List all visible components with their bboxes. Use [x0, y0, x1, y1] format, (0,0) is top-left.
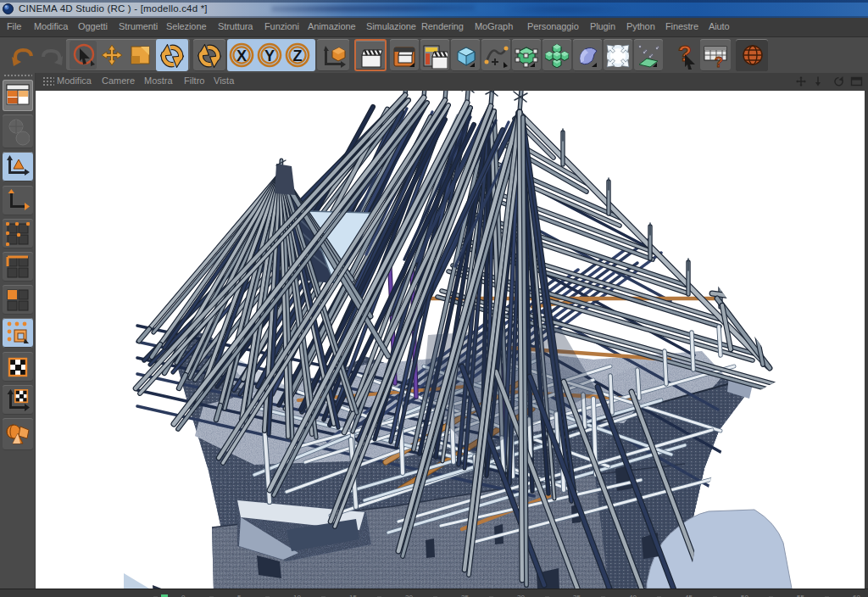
svg-text:0: 0 — [181, 594, 186, 597]
svg-text:?: ? — [715, 55, 723, 68]
svg-text:Y: Y — [264, 47, 275, 64]
svg-text:50: 50 — [741, 594, 748, 597]
svg-text:15: 15 — [349, 594, 357, 597]
svg-text:10: 10 — [293, 594, 301, 597]
svg-text:60: 60 — [853, 594, 860, 597]
svg-text:Z: Z — [293, 47, 303, 64]
svg-text:X: X — [236, 47, 247, 64]
svg-text:30: 30 — [517, 594, 525, 597]
svg-text:5: 5 — [237, 594, 242, 597]
svg-text:55: 55 — [797, 594, 804, 597]
svg-text:45: 45 — [685, 594, 693, 597]
svg-text:40: 40 — [629, 594, 637, 597]
svg-text:20: 20 — [405, 594, 413, 597]
svg-text:35: 35 — [573, 594, 581, 597]
svg-text:25: 25 — [461, 594, 469, 597]
